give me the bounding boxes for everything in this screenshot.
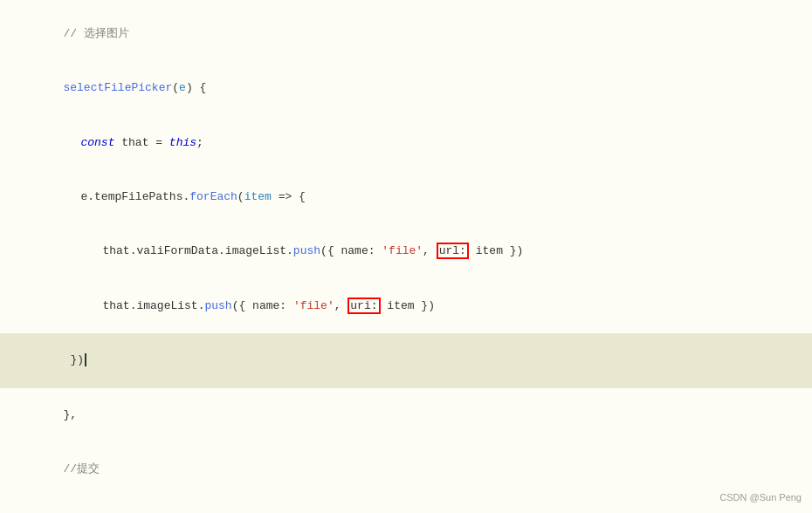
function-name: selectFilePicker (63, 81, 172, 94)
code-editor: // 选择图片 selectFilePicker(e) { const that… (0, 0, 812, 513)
code-line: // 选择图片 (0, 7, 812, 61)
code-line: }, (0, 388, 812, 442)
code-line: handelSubmit() { (0, 497, 812, 513)
comment: //提交 (63, 462, 100, 475)
keyword: const (80, 136, 114, 149)
code-line: //提交 (0, 442, 812, 496)
code-line: }) (0, 333, 812, 387)
watermark: CSDN @Sun Peng (719, 490, 802, 506)
code-line: that.imageList.push({ name: 'file', uri:… (0, 279, 812, 333)
code-line: const that = this; (0, 116, 812, 170)
code-line: that.valiFormData.imageList.push({ name:… (0, 225, 812, 279)
code-block: // 选择图片 selectFilePicker(e) { const that… (0, 0, 812, 513)
comment: // 选择图片 (63, 27, 128, 40)
code-line: selectFilePicker(e) { (0, 61, 812, 115)
code-line: e.tempFilePaths.forEach(item => { (0, 170, 812, 224)
